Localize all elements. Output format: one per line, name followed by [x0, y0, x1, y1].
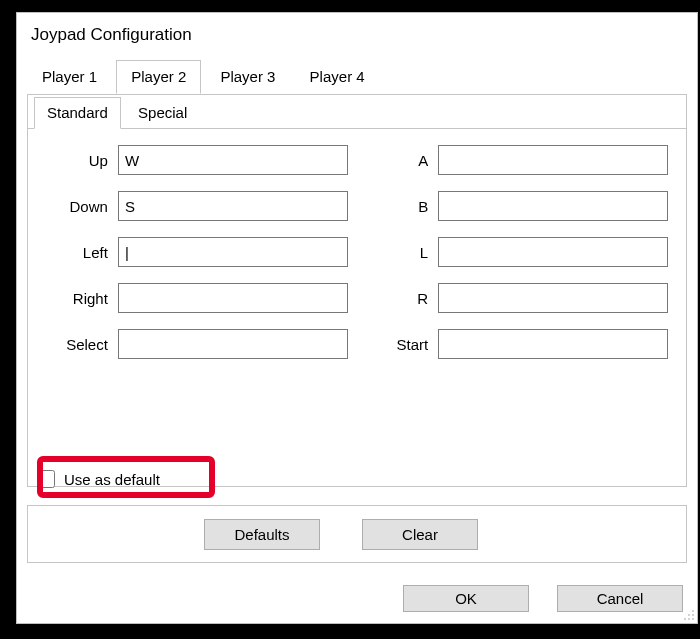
svg-point-3 [684, 618, 686, 620]
row-select: Select Start [34, 329, 668, 359]
row-right: Right R [34, 283, 668, 313]
label-left: Left [34, 244, 118, 261]
row-down: Down B [34, 191, 668, 221]
input-right[interactable] [118, 283, 348, 313]
tab-standard[interactable]: Standard [34, 97, 121, 129]
row-up: Up A [34, 145, 668, 175]
input-l[interactable] [438, 237, 668, 267]
svg-point-1 [688, 614, 690, 616]
svg-point-2 [692, 614, 694, 616]
tab-special[interactable]: Special [125, 97, 200, 129]
input-b[interactable] [438, 191, 668, 221]
bindings-panel: Standard Special Up A Down B Left L [27, 95, 687, 487]
defaults-button[interactable]: Defaults [204, 519, 320, 550]
input-left[interactable] [118, 237, 348, 267]
label-a: A [372, 152, 438, 169]
svg-point-4 [688, 618, 690, 620]
clear-button[interactable]: Clear [362, 519, 478, 550]
svg-point-5 [692, 618, 694, 620]
use-as-default-label: Use as default [64, 471, 160, 488]
action-row: Defaults Clear [27, 505, 687, 563]
bindings-grid: Up A Down B Left L Right R [28, 129, 686, 359]
label-select: Select [34, 336, 118, 353]
input-up[interactable] [118, 145, 348, 175]
tab-player-3[interactable]: Player 3 [205, 60, 290, 94]
mode-tabs: Standard Special [28, 95, 686, 129]
cancel-button[interactable]: Cancel [557, 585, 683, 612]
label-up: Up [34, 152, 118, 169]
use-as-default[interactable]: Use as default [33, 467, 160, 491]
tab-player-1[interactable]: Player 1 [27, 60, 112, 94]
dialog-buttons: OK Cancel [17, 573, 697, 623]
input-start[interactable] [438, 329, 668, 359]
ok-button[interactable]: OK [403, 585, 529, 612]
player-tabs: Player 1 Player 2 Player 3 Player 4 [27, 59, 687, 95]
window-title: Joypad Configuration [17, 13, 697, 53]
input-down[interactable] [118, 191, 348, 221]
label-start: Start [372, 336, 438, 353]
row-left: Left L [34, 237, 668, 267]
svg-point-0 [692, 610, 694, 612]
joypad-config-window: Joypad Configuration Player 1 Player 2 P… [16, 12, 698, 624]
label-r: R [372, 290, 438, 307]
input-r[interactable] [438, 283, 668, 313]
input-select[interactable] [118, 329, 348, 359]
tab-player-2[interactable]: Player 2 [116, 60, 201, 94]
input-a[interactable] [438, 145, 668, 175]
label-down: Down [34, 198, 118, 215]
use-as-default-checkbox[interactable] [37, 470, 55, 488]
tab-player-4[interactable]: Player 4 [295, 60, 380, 94]
resize-grip-icon[interactable] [681, 607, 695, 621]
label-right: Right [34, 290, 118, 307]
label-b: B [372, 198, 438, 215]
label-l: L [372, 244, 438, 261]
